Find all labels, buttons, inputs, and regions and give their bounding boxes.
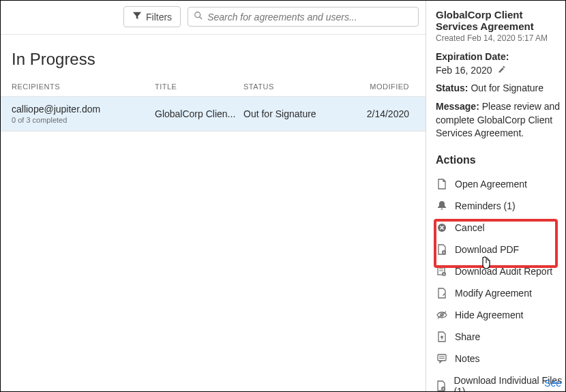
recipient-progress: 0 of 3 completed bbox=[12, 116, 155, 124]
col-header-title: TITLE bbox=[155, 82, 243, 91]
svg-point-0 bbox=[195, 12, 200, 18]
download-individual-icon bbox=[436, 380, 447, 391]
action-modify[interactable]: Modify Agreement bbox=[436, 282, 565, 304]
row-title: GlobalCorp Clien... bbox=[155, 108, 243, 119]
page-title: In Progress bbox=[1, 35, 426, 77]
row-status: Out for Signature bbox=[243, 108, 359, 119]
filters-label: Filters bbox=[146, 12, 172, 22]
download-audit-icon bbox=[436, 266, 448, 277]
status-label: Status: bbox=[436, 82, 468, 93]
created-date: Created Feb 14, 2020 5:17 AM bbox=[436, 33, 565, 43]
svg-rect-10 bbox=[438, 355, 446, 361]
search-icon bbox=[194, 11, 203, 22]
action-label: Reminders (1) bbox=[455, 200, 516, 211]
details-sidebar: GlobalCorp Client Services Agreement Cre… bbox=[426, 1, 565, 391]
expiration-label: Expiration Date: bbox=[436, 51, 509, 62]
expiration-line: Expiration Date: Feb 16, 2020 bbox=[436, 51, 565, 76]
col-header-modified: MODIFIED bbox=[359, 82, 415, 91]
col-header-status: STATUS bbox=[243, 82, 359, 91]
action-download-audit[interactable]: Download Audit Report bbox=[436, 260, 565, 282]
action-label: Open Agreement bbox=[455, 179, 527, 190]
status-line: Status: Out for Signature bbox=[436, 82, 565, 93]
share-icon bbox=[436, 331, 448, 342]
expiration-value: Feb 16, 2020 bbox=[436, 65, 492, 76]
see-link[interactable]: See bbox=[544, 378, 561, 389]
search-input[interactable] bbox=[207, 12, 413, 22]
action-share[interactable]: Share bbox=[436, 326, 565, 348]
action-notes[interactable]: Notes bbox=[436, 348, 565, 370]
row-modified: 2/14/2020 bbox=[359, 108, 415, 119]
search-field[interactable] bbox=[188, 7, 419, 27]
action-label: Download PDF bbox=[455, 244, 519, 255]
hide-icon bbox=[436, 311, 448, 319]
edit-expiration-icon[interactable] bbox=[498, 65, 506, 76]
action-label: Cancel bbox=[455, 222, 485, 233]
modify-icon bbox=[436, 288, 448, 299]
action-hide[interactable]: Hide Agreement bbox=[436, 304, 565, 326]
funnel-icon bbox=[132, 11, 142, 22]
filters-button[interactable]: Filters bbox=[123, 6, 181, 27]
table-header: RECIPIENTS TITLE STATUS MODIFIED bbox=[1, 77, 426, 97]
action-label: Share bbox=[455, 331, 480, 342]
action-label: Notes bbox=[455, 353, 480, 364]
action-open-agreement[interactable]: Open Agreement bbox=[436, 173, 565, 195]
svg-line-1 bbox=[200, 17, 203, 20]
action-reminders[interactable]: Reminders (1) bbox=[436, 195, 565, 217]
notes-icon bbox=[436, 354, 448, 363]
col-header-recipients: RECIPIENTS bbox=[12, 82, 155, 91]
document-icon bbox=[436, 179, 448, 190]
topbar: Filters bbox=[1, 1, 426, 35]
action-label: Hide Agreement bbox=[455, 310, 523, 320]
cancel-icon bbox=[436, 223, 448, 232]
message-label: Message: bbox=[436, 101, 479, 112]
message-line: Message: Please review and complete Glob… bbox=[436, 100, 565, 140]
status-value: Out for Signature bbox=[471, 82, 543, 93]
action-label: Download Audit Report bbox=[455, 266, 552, 277]
action-cancel[interactable]: Cancel bbox=[436, 217, 565, 239]
actions-header: Actions bbox=[436, 154, 565, 166]
download-pdf-icon bbox=[436, 244, 448, 255]
action-download-pdf[interactable]: Download PDF bbox=[436, 239, 565, 260]
table-row[interactable]: calliope@jupiter.dom 0 of 3 completed Gl… bbox=[1, 97, 426, 132]
recipient-email: calliope@jupiter.dom bbox=[12, 104, 155, 115]
main-panel: Filters In Progress RECIPIENTS TITLE STA… bbox=[1, 1, 426, 391]
action-label: Modify Agreement bbox=[455, 288, 532, 299]
agreement-title: GlobalCorp Client Services Agreement bbox=[436, 9, 565, 32]
bell-icon bbox=[436, 200, 448, 211]
